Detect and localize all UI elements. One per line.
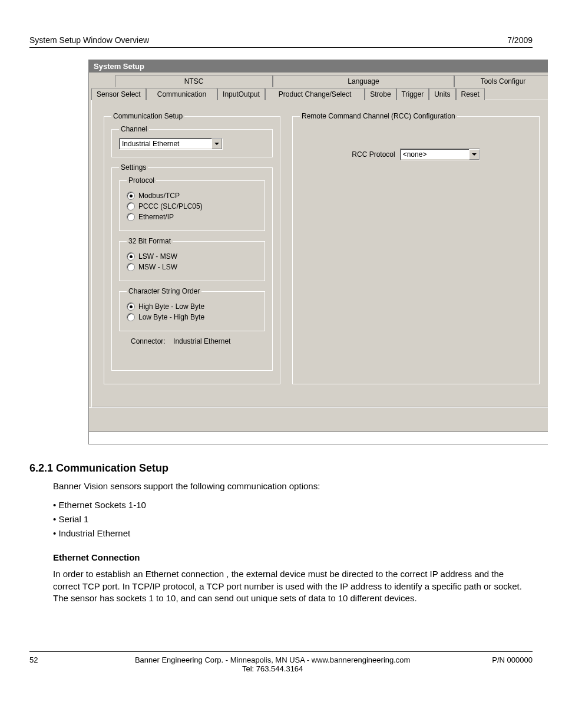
tab-communication[interactable]: Communication: [146, 88, 217, 100]
dropdown-arrow-icon[interactable]: [469, 149, 480, 160]
legend-channel: Channel: [119, 125, 149, 133]
footer-line2: Tel: 763.544.3164: [242, 664, 303, 673]
radio-low-high[interactable]: Low Byte - High Byte: [127, 313, 257, 321]
radio-icon: [127, 252, 135, 261]
bullet-item: Ethernet Sockets 1-10: [58, 500, 146, 510]
radio-icon: [127, 192, 135, 200]
rcc-combo[interactable]: <none>: [400, 149, 480, 160]
intro-text: Banner Vision sensors support the follow…: [53, 480, 533, 492]
subsection-heading: Ethernet Connection: [53, 552, 533, 562]
connector-row: Connector: Industrial Ethernet: [131, 337, 265, 345]
bullet-item: Industrial Ethernet: [58, 528, 130, 538]
status-strip: [89, 431, 548, 444]
connector-value: Industrial Ethernet: [173, 337, 230, 345]
window-titlebar: System Setup: [89, 60, 548, 73]
radio-icon: [127, 313, 135, 321]
group-bit-format: 32 Bit Format LSW - MSW MSW - LSW: [119, 237, 265, 281]
legend-bit-format: 32 Bit Format: [127, 237, 173, 245]
page-number: 52: [29, 655, 53, 664]
tab-units[interactable]: Units: [429, 88, 455, 100]
tab-input-output[interactable]: InputOutput: [217, 88, 265, 100]
radio-high-low[interactable]: High Byte - Low Byte: [127, 302, 257, 311]
group-channel: Channel Industrial Ethernet: [111, 125, 273, 157]
radio-lsw-msw[interactable]: LSW - MSW: [127, 252, 257, 261]
group-settings: Settings Protocol Modbus/TCP: [111, 163, 273, 371]
bullet-list: • Ethernet Sockets 1-10 • Serial 1 • Ind…: [53, 498, 533, 541]
radio-icon: [127, 263, 135, 271]
tab-strobe[interactable]: Strobe: [365, 88, 396, 100]
tab-tools-config[interactable]: Tools Configur: [454, 75, 548, 87]
legend-char-order: Character String Order: [127, 287, 201, 295]
paragraph: In order to establish an Ethernet connec…: [53, 568, 533, 604]
connector-label: Connector:: [131, 337, 166, 345]
group-rcc: Remote Command Channel (RCC) Configurati…: [292, 112, 540, 384]
radio-msw-lsw[interactable]: MSW - LSW: [127, 263, 257, 271]
radio-icon: [127, 213, 135, 221]
legend-rcc: Remote Command Channel (RCC) Configurati…: [300, 112, 457, 120]
header-right: 7/2009: [507, 35, 533, 45]
tab-language[interactable]: Language: [273, 75, 454, 87]
channel-value: Industrial Ethernet: [122, 140, 179, 148]
group-char-order: Character String Order High Byte - Low B…: [119, 287, 265, 331]
legend-comm-setup: Communication Setup: [111, 112, 184, 120]
radio-pccc[interactable]: PCCC (SLC/PLC05): [127, 202, 257, 210]
group-comm-setup: Communication Setup Channel Industrial E…: [104, 112, 280, 384]
group-protocol: Protocol Modbus/TCP PCCC (SLC/PLC05): [119, 176, 265, 231]
rcc-value: <none>: [403, 150, 427, 159]
header-left: System Setup Window Overview: [29, 35, 149, 45]
system-setup-window: System Setup NTSC Language Tools Configu…: [88, 60, 548, 444]
tab-reset[interactable]: Reset: [456, 88, 485, 100]
dropdown-arrow-icon[interactable]: [211, 139, 222, 149]
radio-icon: [127, 302, 135, 311]
radio-icon: [127, 202, 135, 210]
section-heading: 6.2.1 Communication Setup: [29, 462, 533, 475]
screenshot-figure: System Setup NTSC Language Tools Configu…: [88, 60, 548, 444]
radio-modbus[interactable]: Modbus/TCP: [127, 192, 257, 200]
channel-combo[interactable]: Industrial Ethernet: [119, 138, 223, 150]
tab-trigger[interactable]: Trigger: [396, 88, 429, 100]
page-footer: 52 Banner Engineering Corp. - Minneapoli…: [29, 651, 533, 673]
footer-line1: Banner Engineering Corp. - Minneapolis, …: [135, 655, 411, 664]
radio-ethernetip[interactable]: Ethernet/IP: [127, 213, 257, 221]
legend-protocol: Protocol: [127, 176, 156, 185]
tab-ntsc[interactable]: NTSC: [115, 75, 273, 87]
legend-settings: Settings: [119, 163, 148, 172]
part-number: P/N 000000: [492, 655, 533, 664]
rcc-label: RCC Protocol: [352, 150, 395, 159]
window-bottom-bar: [89, 407, 548, 431]
tab-product-change[interactable]: Product Change/Select: [265, 88, 365, 100]
tab-sensor-select[interactable]: Sensor Select: [91, 88, 146, 100]
bullet-item: Serial 1: [58, 514, 88, 524]
